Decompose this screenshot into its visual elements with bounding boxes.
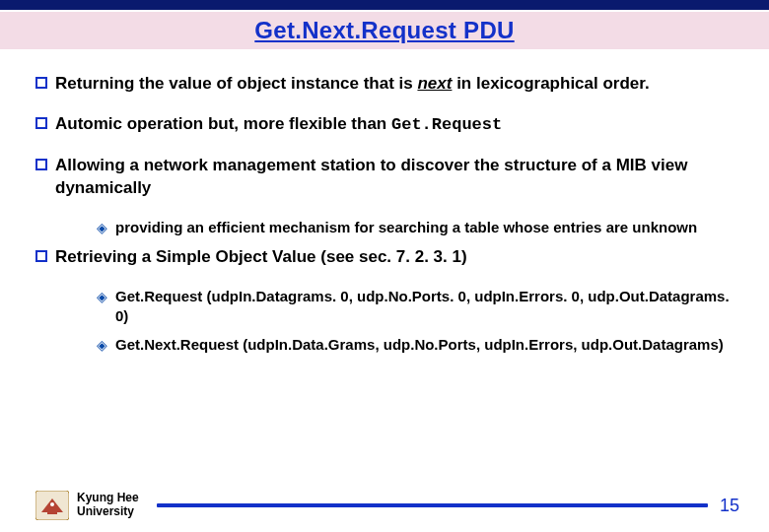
svg-rect-1 [47,506,57,514]
text-fragment: Returning the value of object instance t… [55,74,417,93]
emphasized-word: next [417,74,452,93]
bullet-item: Retrieving a Simple Object Value (see se… [35,246,734,269]
sub-bullet-text: Get.Request (udpIn.Datagrams. 0, udp.No.… [115,287,734,325]
bullet-square-icon [35,117,47,129]
university-line1: Kyung Hee [77,492,139,505]
footer-divider [157,503,708,507]
code-text: Get.Request [391,115,502,134]
svg-point-2 [50,502,54,506]
bullet-square-icon [35,250,47,262]
bullet-text: Retrieving a Simple Object Value (see se… [55,246,734,269]
bullet-item: Returning the value of object instance t… [35,73,734,96]
bullet-item: Allowing a network management station to… [35,155,734,200]
content-area: Returning the value of object instance t… [0,49,769,355]
bullet-text: Allowing a network management station to… [55,155,734,200]
university-name: Kyung Hee University [77,492,139,519]
diamond-icon: ◈ [97,220,107,235]
text-fragment: Automic operation but, more flexible tha… [55,114,391,133]
text-fragment: in lexicographical order. [452,74,649,93]
bullet-item: Automic operation but, more flexible tha… [35,113,734,137]
sub-bullet-item: ◈ Get.Request (udpIn.Datagrams. 0, udp.N… [97,287,734,325]
sub-bullet-text: providing an efficient mechanism for sea… [115,218,734,237]
sub-bullet-item: ◈ Get.Next.Request (udpIn.Data.Grams, ud… [97,335,734,355]
top-accent-bar [0,0,769,10]
diamond-icon: ◈ [97,289,107,304]
slide-title: Get.Next.Request PDU [254,17,514,44]
bullet-square-icon [35,159,47,170]
sub-bullet-item: ◈ providing an efficient mechanism for s… [97,218,734,237]
diamond-icon: ◈ [97,337,107,353]
page-number: 15 [720,496,739,516]
bullet-square-icon [35,77,47,89]
sub-bullet-text: Get.Next.Request (udpIn.Data.Grams, udp.… [115,335,734,355]
university-logo-icon [35,491,69,520]
title-band: Get.Next.Request PDU [0,12,769,49]
bullet-text: Automic operation but, more flexible tha… [55,113,734,137]
footer: Kyung Hee University 15 [0,491,769,520]
university-line2: University [77,505,139,519]
bullet-text: Returning the value of object instance t… [55,73,734,96]
